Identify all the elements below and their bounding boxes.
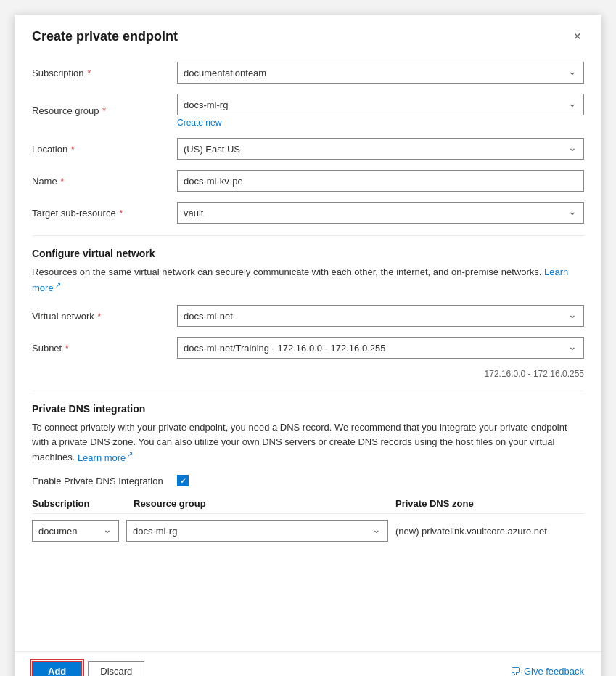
location-dropdown[interactable]: (US) East US	[177, 138, 584, 160]
resource-group-row: Resource group * docs-ml-rg Create new	[32, 94, 584, 128]
dialog-header: Create private endpoint ×	[15, 15, 601, 56]
name-row: Name *	[32, 170, 584, 192]
virtual-network-dropdown[interactable]: docs-ml-net	[177, 305, 584, 327]
close-button[interactable]: ×	[570, 26, 584, 47]
target-sub-resource-dropdown-wrapper: vault	[177, 202, 584, 224]
virtual-network-control: docs-ml-net	[177, 305, 584, 327]
subscription-row: Subscription * documentationteam	[32, 62, 584, 84]
feedback-icon: 🗨	[510, 666, 520, 677]
location-control: (US) East US	[177, 138, 584, 160]
enable-dns-checkbox[interactable]	[177, 475, 189, 486]
external-link-icon-2: ↗	[127, 450, 133, 458]
subscription-control: documentationteam	[177, 62, 584, 84]
target-sub-resource-control: vault	[177, 202, 584, 224]
add-button[interactable]: Add	[32, 661, 82, 676]
dns-subscription-dropdown-wrapper: documen	[32, 520, 119, 542]
dns-section-title: Private DNS integration	[32, 403, 584, 415]
target-sub-resource-row: Target sub-resource * vault	[32, 202, 584, 224]
location-label: Location *	[32, 144, 177, 155]
dns-resource-group-dropdown[interactable]: docs-ml-rg	[126, 520, 388, 542]
target-sub-resource-dropdown[interactable]: vault	[177, 202, 584, 224]
dns-learn-more-link[interactable]: Learn more↗	[78, 452, 133, 463]
dns-table-row: documen docs-ml-rg (new) privatelink.vau…	[32, 520, 584, 542]
external-link-icon-1: ↗	[55, 281, 61, 289]
subscription-dropdown-wrapper: documentationteam	[177, 62, 584, 84]
virtual-network-dropdown-wrapper: docs-ml-net	[177, 305, 584, 327]
dns-resource-group-dropdown-wrapper: docs-ml-rg	[126, 520, 388, 542]
resource-group-label: Resource group *	[32, 105, 177, 116]
location-dropdown-wrapper: (US) East US	[177, 138, 584, 160]
subscription-dropdown[interactable]: documentationteam	[177, 62, 584, 84]
virtual-network-section-title: Configure virtual network	[32, 248, 584, 259]
dns-subscription-dropdown[interactable]: documen	[32, 520, 119, 542]
dns-zone-col-header: Private DNS zone	[395, 498, 584, 509]
discard-button[interactable]: Discard	[88, 661, 144, 676]
dns-zone-value: (new) privatelink.vaultcore.azure.net	[395, 526, 584, 537]
section-divider-2	[32, 391, 584, 391]
subnet-dropdown[interactable]: docs-ml-net/Training - 172.16.0.0 - 172.…	[177, 337, 584, 359]
dns-resource-group-col-header: Resource group	[134, 498, 388, 509]
dns-table: Subscription Resource group Private DNS …	[32, 498, 584, 542]
resource-group-dropdown-wrapper: docs-ml-rg	[177, 94, 584, 115]
subnet-row: Subnet * docs-ml-net/Training - 172.16.0…	[32, 337, 584, 359]
enable-dns-label: Enable Private DNS Integration	[32, 476, 177, 486]
subscription-label: Subscription *	[32, 68, 177, 78]
virtual-network-label: Virtual network *	[32, 311, 177, 322]
dns-subscription-col-header: Subscription	[32, 498, 126, 509]
virtual-network-info: Resources on the same virtual network ca…	[32, 265, 584, 295]
dialog-title: Create private endpoint	[32, 29, 178, 44]
subnet-dropdown-wrapper: docs-ml-net/Training - 172.16.0.0 - 172.…	[177, 337, 584, 359]
name-input[interactable]	[177, 170, 584, 192]
resource-group-dropdown[interactable]: docs-ml-rg	[177, 94, 584, 115]
target-sub-resource-label: Target sub-resource *	[32, 208, 177, 219]
dns-info: To connect privately with your private e…	[32, 420, 584, 465]
footer-actions: Add Discard	[32, 661, 144, 676]
create-new-link[interactable]: Create new	[177, 118, 584, 128]
give-feedback-link[interactable]: 🗨 Give feedback	[510, 666, 584, 677]
ip-range-text: 172.16.0.0 - 172.16.0.255	[32, 369, 584, 379]
create-private-endpoint-dialog: Create private endpoint × Subscription *…	[15, 15, 601, 676]
dialog-footer: Add Discard 🗨 Give feedback	[15, 651, 601, 676]
resource-group-control: docs-ml-rg Create new	[177, 94, 584, 128]
name-control	[177, 170, 584, 192]
dialog-body: Subscription * documentationteam Resourc…	[15, 56, 601, 651]
enable-dns-row: Enable Private DNS Integration	[32, 475, 584, 486]
dns-table-header: Subscription Resource group Private DNS …	[32, 498, 584, 514]
virtual-network-row: Virtual network * docs-ml-net	[32, 305, 584, 327]
subnet-label: Subnet *	[32, 343, 177, 354]
section-divider-1	[32, 235, 584, 236]
subnet-control: docs-ml-net/Training - 172.16.0.0 - 172.…	[177, 337, 584, 359]
location-row: Location * (US) East US	[32, 138, 584, 160]
name-label: Name *	[32, 176, 177, 187]
